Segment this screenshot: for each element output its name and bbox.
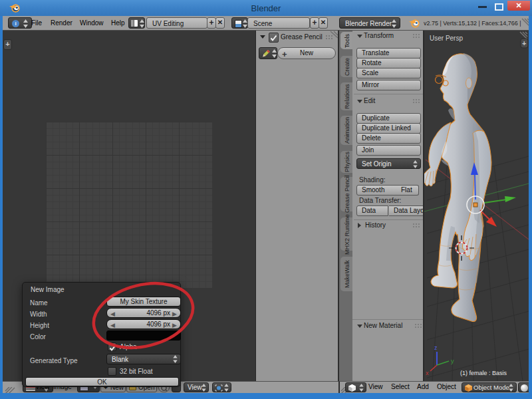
svg-text:+: + bbox=[522, 39, 526, 47]
svg-text:User Persp: User Persp bbox=[430, 35, 463, 42]
svg-text:(1) female : Basis: (1) female : Basis bbox=[460, 370, 507, 376]
svg-text:z: z bbox=[434, 344, 438, 351]
svg-text:y: y bbox=[451, 358, 454, 364]
svg-text:x: x bbox=[426, 370, 429, 376]
